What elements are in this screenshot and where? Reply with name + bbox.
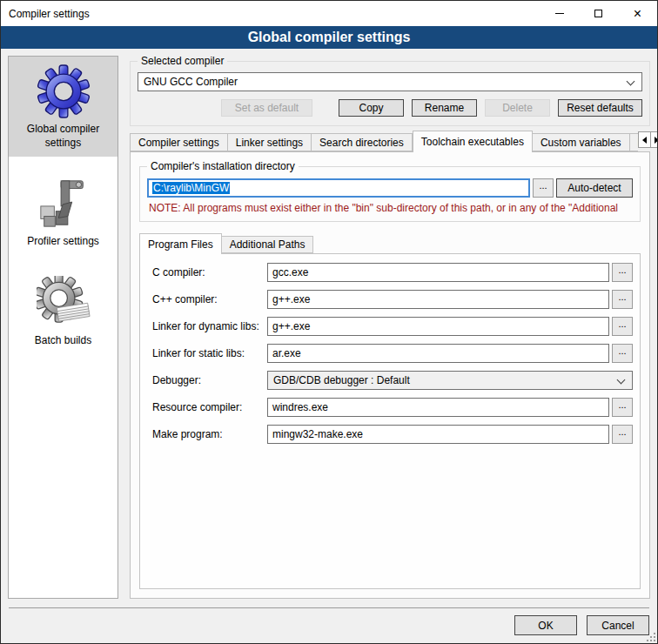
selected-compiler-group: Selected compiler GNU GCC Compiler Set a… bbox=[130, 61, 650, 126]
make-program-label: Make program: bbox=[152, 428, 267, 440]
maximize-button[interactable] bbox=[579, 1, 618, 26]
tab-scroll-right-button[interactable] bbox=[651, 131, 658, 148]
dynamic-linker-input[interactable]: g++.exe bbox=[267, 317, 609, 336]
installation-directory-group-label: Compiler's installation directory bbox=[147, 160, 299, 172]
resource-compiler-row: Resource compiler: windres.exe ... bbox=[152, 398, 633, 417]
resource-compiler-label: Resource compiler: bbox=[152, 401, 267, 413]
compiler-settings-dialog: Compiler settings × Global compiler sett… bbox=[0, 0, 658, 644]
c-compiler-input[interactable]: gcc.exe bbox=[267, 263, 609, 282]
installation-directory-input[interactable]: C:\raylib\MinGW bbox=[147, 178, 530, 198]
gray-gear-stack-icon bbox=[37, 276, 91, 330]
minimize-button[interactable] bbox=[540, 1, 579, 26]
resource-compiler-browse-button[interactable]: ... bbox=[612, 398, 633, 417]
chevron-down-icon bbox=[627, 77, 635, 86]
static-linker-input[interactable]: ar.exe bbox=[267, 344, 609, 363]
tab-toolchain-executables[interactable]: Toolchain executables bbox=[413, 131, 533, 152]
tab-custom-variables[interactable]: Custom variables bbox=[533, 133, 630, 151]
installation-directory-group: Compiler's installation directory C:\ray… bbox=[139, 166, 641, 222]
sidebar-item-global-compiler-settings[interactable]: Global compiler settings bbox=[9, 57, 118, 157]
debugger-row: Debugger: GDB/CDB debugger : Default bbox=[152, 371, 633, 390]
installation-directory-row: C:\raylib\MinGW ... Auto-detect bbox=[147, 178, 633, 198]
page-title: Global compiler settings bbox=[1, 26, 657, 49]
make-program-value: mingw32-make.exe bbox=[272, 428, 363, 440]
make-program-browse-button[interactable]: ... bbox=[612, 425, 633, 444]
sidebar-item-label: Profiler settings bbox=[12, 235, 114, 249]
make-program-input[interactable]: mingw32-make.exe bbox=[267, 425, 609, 444]
tab-scroll-left-button[interactable] bbox=[638, 131, 651, 148]
tab-build-options[interactable]: Build bbox=[630, 133, 638, 151]
dynamic-linker-value: g++.exe bbox=[272, 320, 310, 332]
cpp-compiler-value: g++.exe bbox=[272, 293, 310, 305]
cpp-compiler-label: C++ compiler: bbox=[152, 293, 267, 305]
dynamic-linker-label: Linker for dynamic libs: bbox=[152, 320, 267, 332]
set-as-default-button[interactable]: Set as default bbox=[221, 99, 312, 117]
compiler-dropdown-value: GNU GCC Compiler bbox=[144, 76, 238, 88]
installation-directory-value: C:\raylib\MinGW bbox=[152, 182, 230, 194]
tab-program-files[interactable]: Program Files bbox=[139, 233, 222, 254]
c-compiler-value: gcc.exe bbox=[272, 266, 308, 278]
cpp-compiler-row: C++ compiler: g++.exe ... bbox=[152, 290, 633, 309]
static-linker-value: ar.exe bbox=[272, 347, 301, 359]
toolchain-executables-page: Compiler's installation directory C:\ray… bbox=[130, 151, 650, 599]
static-linker-row: Linker for static libs: ar.exe ... bbox=[152, 344, 633, 363]
program-files-page: C compiler: gcc.exe ... C++ compiler: g+… bbox=[139, 253, 641, 589]
cpp-compiler-browse-button[interactable]: ... bbox=[612, 290, 633, 309]
compiler-actions: Set as default Copy Rename Delete Reset … bbox=[138, 99, 642, 117]
arrow-right-icon bbox=[655, 137, 658, 144]
resource-compiler-input[interactable]: windres.exe bbox=[267, 398, 609, 417]
cancel-button[interactable]: Cancel bbox=[587, 615, 649, 635]
bin-subdirectory-note: NOTE: All programs must exist either in … bbox=[149, 202, 631, 214]
c-compiler-label: C compiler: bbox=[152, 266, 267, 278]
sidebar-item-batch-builds[interactable]: Batch builds bbox=[9, 268, 118, 355]
c-compiler-browse-button[interactable]: ... bbox=[612, 263, 633, 282]
delete-button[interactable]: Delete bbox=[485, 99, 550, 117]
selected-compiler-group-label: Selected compiler bbox=[138, 55, 227, 67]
global-compiler-settings-panel: Selected compiler GNU GCC Compiler Set a… bbox=[130, 56, 650, 599]
settings-category-list: Global compiler settings Profiler settin… bbox=[8, 56, 118, 599]
copy-button[interactable]: Copy bbox=[339, 99, 404, 117]
dialog-footer: OK Cancel bbox=[9, 607, 649, 643]
debugger-label: Debugger: bbox=[152, 374, 267, 386]
tab-scroll-controls bbox=[638, 131, 658, 148]
ok-button[interactable]: OK bbox=[514, 615, 577, 635]
toolchain-subtabs: Program Files Additional Paths bbox=[139, 233, 641, 253]
window-controls: × bbox=[540, 1, 657, 26]
c-compiler-row: C compiler: gcc.exe ... bbox=[152, 263, 633, 282]
close-button[interactable]: × bbox=[618, 1, 657, 26]
compiler-dropdown[interactable]: GNU GCC Compiler bbox=[138, 72, 642, 91]
make-program-row: Make program: mingw32-make.exe ... bbox=[152, 425, 633, 444]
tab-search-directories[interactable]: Search directories bbox=[312, 133, 413, 151]
static-linker-label: Linker for static libs: bbox=[152, 347, 267, 359]
maximize-icon bbox=[594, 10, 602, 17]
dynamic-linker-browse-button[interactable]: ... bbox=[612, 317, 633, 336]
browse-directory-button[interactable]: ... bbox=[533, 178, 554, 198]
rename-button[interactable]: Rename bbox=[412, 99, 477, 117]
window-title: Compiler settings bbox=[1, 8, 90, 20]
caliper-icon bbox=[37, 177, 91, 231]
debugger-dropdown[interactable]: GDB/CDB debugger : Default bbox=[267, 371, 633, 390]
sidebar-item-profiler-settings[interactable]: Profiler settings bbox=[9, 169, 118, 256]
tab-additional-paths[interactable]: Additional Paths bbox=[222, 236, 314, 253]
cpp-compiler-input[interactable]: g++.exe bbox=[267, 290, 609, 309]
resource-compiler-value: windres.exe bbox=[272, 401, 328, 413]
sidebar-item-label: Batch builds bbox=[12, 334, 114, 348]
resize-grip[interactable] bbox=[647, 633, 655, 641]
sidebar-item-label: Global compiler settings bbox=[12, 123, 114, 150]
auto-detect-button[interactable]: Auto-detect bbox=[556, 178, 633, 198]
reset-defaults-button[interactable]: Reset defaults bbox=[558, 99, 642, 117]
arrow-left-icon bbox=[642, 137, 647, 144]
tab-linker-settings[interactable]: Linker settings bbox=[228, 133, 312, 151]
tab-compiler-settings[interactable]: Compiler settings bbox=[130, 133, 228, 151]
title-bar: Compiler settings × bbox=[1, 1, 657, 26]
chevron-down-icon bbox=[617, 376, 626, 385]
dialog-content: Global compiler settings Profiler settin… bbox=[1, 49, 657, 607]
minimize-icon bbox=[555, 13, 564, 14]
settings-tabs: Compiler settings Linker settings Search… bbox=[130, 131, 650, 151]
blue-gear-icon bbox=[37, 64, 91, 118]
dynamic-linker-row: Linker for dynamic libs: g++.exe ... bbox=[152, 317, 633, 336]
close-icon: × bbox=[634, 7, 641, 21]
debugger-dropdown-value: GDB/CDB debugger : Default bbox=[273, 374, 410, 386]
static-linker-browse-button[interactable]: ... bbox=[612, 344, 633, 363]
